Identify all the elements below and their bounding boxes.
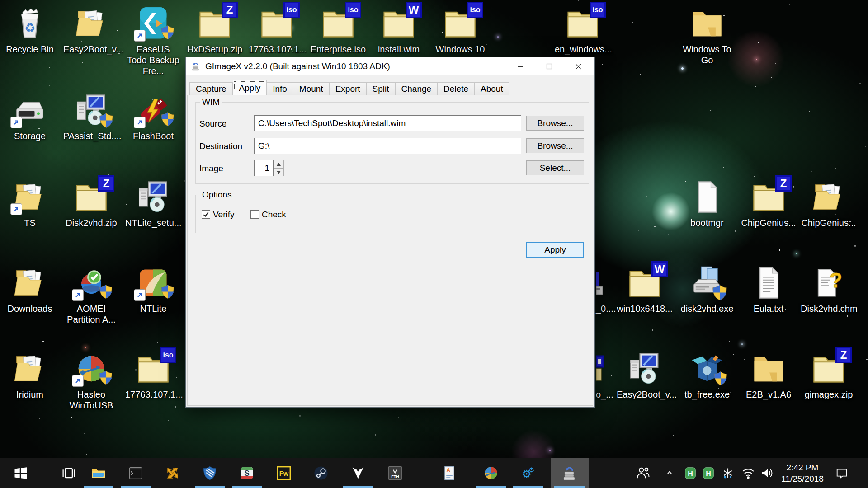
desktop-icon-ntlite-setu[interactable]: NTLite_setu... bbox=[126, 177, 180, 228]
desktop-icon-label: FlashBoot bbox=[133, 131, 174, 141]
minimize-button[interactable] bbox=[506, 57, 535, 75]
taskbar-gold-arrows-button[interactable] bbox=[155, 458, 191, 488]
tray-asterisk-button[interactable] bbox=[718, 458, 737, 488]
desktop-icon-hxdsetup-zip[interactable]: ZHxDSetup.zip bbox=[188, 4, 242, 55]
desktop-icon-chipgenius[interactable]: ChipGenius... bbox=[802, 177, 856, 228]
desktop-icon-0[interactable]: _0.... bbox=[596, 263, 617, 314]
desktop-icon-disk2vhd-zip[interactable]: ZDisk2vhd.zip bbox=[64, 177, 118, 228]
svg-text:?: ? bbox=[830, 269, 842, 292]
verify-checkbox[interactable] bbox=[202, 210, 210, 219]
zip-badge-icon: Z bbox=[775, 175, 792, 192]
show-desktop-button[interactable] bbox=[860, 458, 868, 488]
verify-checkbox-label[interactable]: Verify bbox=[213, 210, 235, 220]
taskbar-wintousb-tray-button[interactable] bbox=[473, 458, 509, 488]
desktop-icon-aomei-partition-a[interactable]: AOMEI Partition A... bbox=[64, 263, 118, 325]
tray-h-green-button[interactable]: H bbox=[699, 458, 718, 488]
source-browse-button[interactable]: Browse... bbox=[526, 116, 584, 131]
desktop-icon-en-windows[interactable]: isoen_windows... bbox=[556, 4, 610, 55]
close-button[interactable] bbox=[564, 57, 593, 75]
taskbar-steam-button[interactable] bbox=[303, 458, 339, 488]
tab-split[interactable]: Split bbox=[367, 82, 396, 95]
desktop-icon-downloads[interactable]: Downloads bbox=[3, 263, 57, 314]
desktop-icon-windows-10[interactable]: isoWindows 10 bbox=[433, 4, 487, 55]
desktop-icon-win10x6418[interactable]: Wwin10x6418... bbox=[618, 263, 672, 314]
desktop-icon-install-wim[interactable]: Winstall.wim bbox=[372, 4, 426, 55]
desktop-icon-e2b-v1-a6[interactable]: E2B_v1.A6 bbox=[741, 349, 796, 400]
desktop-icon-easy2boot-v[interactable]: Easy2Boot_v... bbox=[64, 4, 118, 55]
desktop-icon-ntlite[interactable]: NTLite bbox=[126, 263, 180, 314]
desktop-icon-storage[interactable]: Storage bbox=[3, 90, 57, 141]
check-checkbox-label[interactable]: Check bbox=[262, 210, 286, 220]
desktop-icon-gimagex-zip[interactable]: Zgimagex.zip bbox=[802, 349, 856, 400]
destination-field[interactable] bbox=[254, 138, 521, 154]
tab-mount[interactable]: Mount bbox=[293, 82, 330, 95]
desktop-icon-chipgenius[interactable]: ZChipGenius... bbox=[741, 177, 796, 228]
taskbar-s-app-button[interactable]: S bbox=[229, 458, 265, 488]
desktop-icon-label: Easy2Boot_v... bbox=[617, 389, 673, 400]
folder-icon: iso bbox=[319, 4, 358, 42]
taskbar-start-button[interactable] bbox=[3, 458, 39, 488]
doc-icon bbox=[688, 177, 726, 216]
taskbar-fireworks-button[interactable]: Fw bbox=[266, 458, 302, 488]
tab-capture[interactable]: Capture bbox=[189, 82, 233, 95]
desktop-icon-iridium[interactable]: Iridium bbox=[3, 349, 57, 400]
tray-people-button[interactable] bbox=[633, 458, 652, 488]
tray-wifi-button[interactable] bbox=[739, 458, 758, 488]
desktop-icon-ts[interactable]: TS bbox=[3, 177, 57, 228]
desktop-icon-easeus-todo-backup-fre[interactable]: EaseUS Todo Backup Fre... bbox=[126, 4, 180, 76]
taskbar-command-prompt-button[interactable] bbox=[118, 458, 154, 488]
desktop-icon-17763-107-1[interactable]: iso17763.107.1... bbox=[126, 349, 180, 400]
tab-change[interactable]: Change bbox=[396, 82, 438, 95]
desktop-icon-recycle-bin[interactable]: ♻Recycle Bin bbox=[3, 4, 57, 55]
tray-action-center-button[interactable] bbox=[832, 458, 851, 488]
desktop-icon-enterprise-iso[interactable]: isoEnterprise.iso bbox=[311, 4, 365, 55]
tray-chevron-up-button[interactable] bbox=[660, 458, 679, 488]
taskbar-wordpad-doc-button[interactable]: A bbox=[431, 458, 467, 488]
source-field[interactable] bbox=[254, 115, 521, 131]
desktop-icon-disk2vhd-chm[interactable]: ?Disk2vhd.chm bbox=[802, 263, 856, 314]
apply-button[interactable]: Apply bbox=[526, 242, 584, 258]
window-titlebar[interactable]: GImageX v2.2.0 (Built against Win10 1803… bbox=[186, 57, 594, 75]
image-spin-down-button[interactable] bbox=[274, 168, 284, 176]
desktop-icon-bootmgr[interactable]: bootmgr bbox=[680, 177, 734, 228]
tab-info[interactable]: Info bbox=[267, 82, 293, 95]
svg-text:H: H bbox=[706, 470, 711, 478]
wim-badge-icon: W bbox=[406, 2, 422, 18]
check-checkbox[interactable] bbox=[250, 210, 259, 219]
tab-export[interactable]: Export bbox=[330, 82, 367, 95]
desktop-icon-easy2boot-v[interactable]: Easy2Boot_v... bbox=[618, 349, 672, 400]
taskbar-shield-app-button[interactable] bbox=[192, 458, 228, 488]
image-number-field[interactable]: 1 bbox=[254, 160, 274, 176]
desktop-icon-tb-free-exe[interactable]: tb_free.exe bbox=[680, 349, 734, 400]
desktop-icon-eula-txt[interactable]: Eula.txt bbox=[741, 263, 796, 314]
desktop-icon-hasleo-wintousb[interactable]: Hasleo WinToUSB bbox=[64, 349, 118, 411]
desktop-icon-windows-to-go[interactable]: Windows To Go bbox=[680, 4, 734, 66]
tray-h-green-button[interactable]: H bbox=[681, 458, 700, 488]
image-select-button[interactable]: Select... bbox=[526, 160, 584, 175]
desktop-icon-17763-107-1[interactable]: iso17763.107.1... bbox=[250, 4, 304, 55]
taskbar-clock[interactable]: 2:42 PM 11/25/2018 bbox=[776, 458, 829, 488]
folder-icon: W bbox=[379, 4, 418, 42]
folder-icon: iso bbox=[257, 4, 296, 42]
desktop-icon-o[interactable]: o_... bbox=[596, 349, 617, 400]
uac-shield-icon bbox=[99, 113, 113, 130]
desktop-icon-passist-std[interactable]: PAssist_Std.... bbox=[64, 90, 118, 141]
gold-arrows-icon bbox=[165, 465, 181, 481]
svg-text:S: S bbox=[244, 469, 249, 478]
taskbar-file-explorer-button[interactable] bbox=[80, 458, 117, 488]
taskbar-gears-button[interactable]: ⚙⚙ bbox=[510, 458, 546, 488]
image-spin-up-button[interactable] bbox=[274, 160, 284, 168]
tab-delete[interactable]: Delete bbox=[438, 82, 475, 95]
tab-about[interactable]: About bbox=[475, 82, 509, 95]
desktop-icon-disk2vhd-exe[interactable]: disk2vhd.exe bbox=[680, 263, 734, 314]
tray-volume-button[interactable] bbox=[757, 458, 776, 488]
taskbar-fth-app-button[interactable]: FTH bbox=[377, 458, 413, 488]
desktop-icon-flashboot[interactable]: FlashBoot bbox=[126, 90, 180, 141]
taskbar-foobar2000-button[interactable] bbox=[340, 458, 376, 488]
destination-browse-button[interactable]: Browse... bbox=[526, 138, 584, 153]
shortcut-arrow-icon bbox=[72, 289, 84, 301]
taskbar-gimagex-button[interactable] bbox=[551, 458, 589, 488]
desktop-icon-label: Disk2vhd.zip bbox=[66, 217, 117, 228]
tab-apply[interactable]: Apply bbox=[233, 80, 267, 95]
maximize-button[interactable] bbox=[535, 57, 564, 75]
